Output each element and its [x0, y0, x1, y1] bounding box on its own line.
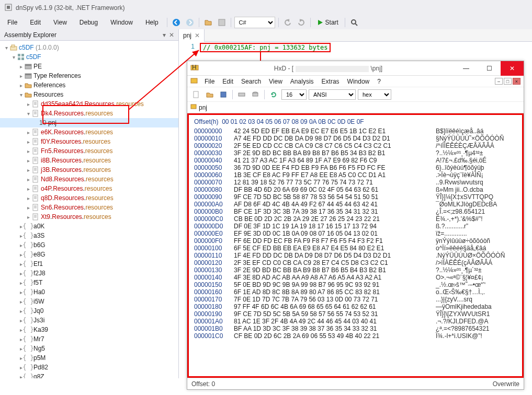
tree-resource[interactable]: ▾Dk4.Resources.resources: [0, 109, 178, 118]
expand-icon[interactable]: ▾: [10, 54, 17, 60]
menu-window[interactable]: Window: [105, 17, 138, 28]
hxd-mdi-close-icon[interactable]: ×: [513, 78, 520, 85]
hex-row[interactable]: 000001303F 2E 9D BD BC BB BA B9 B8 B7 B6…: [194, 266, 517, 274]
tree-namespace[interactable]: ▸{ }Ng5: [0, 344, 178, 353]
tree-resources[interactable]: ▾Resources: [0, 90, 178, 99]
hex-row[interactable]: 00000010A7 4E FD DD DC DB DA D9 98 D7 D6…: [194, 135, 517, 142]
hex-row[interactable]: 0000018097 FF 4F 6D 6C 4B 6A 69 68 65 65…: [194, 303, 517, 310]
menu-debug[interactable]: Debug: [74, 17, 103, 28]
expand-icon[interactable]: ▸: [25, 130, 31, 135]
tree-typerefs[interactable]: ▸Type References: [0, 71, 178, 80]
hex-row[interactable]: 000000909F CE 7D 5D BC 5B 58 87 78 53 56…: [194, 193, 517, 201]
hxd-menu-edit[interactable]: Edit: [219, 77, 236, 86]
tree-namespace[interactable]: ▸{ }Mr7: [0, 334, 178, 344]
hex-row[interactable]: 000001A081 AC 1E 3F 2F 4B 4A 49 2C 44 46…: [194, 318, 517, 325]
tree-namespace[interactable]: ▸{ }p5M: [0, 353, 178, 363]
hex-row[interactable]: 000001B0BF AA 1D 3D 3C 3F 38 39 38 37 36…: [194, 325, 517, 332]
save-button[interactable]: [216, 17, 228, 28]
hxd-menu-search[interactable]: Search: [238, 77, 264, 86]
expand-icon[interactable]: ▾: [18, 92, 24, 98]
tree-resource[interactable]: ▸i8B.Resources.resources: [0, 156, 178, 165]
tree-resource[interactable]: ▸o4P.Resources.resources: [0, 184, 178, 193]
hex-row[interactable]: 00000080DF BB 4D 6D 20 6A 69 69 0C 02 4F…: [194, 186, 517, 193]
hxd-new-button[interactable]: [190, 89, 202, 100]
start-button[interactable]: Start: [314, 17, 342, 28]
hex-row[interactable]: 000000202F 5E ED CD CC CB CA C9 C8 C7 C6…: [194, 142, 517, 149]
tree-namespace[interactable]: ▸{ }Js3i: [0, 316, 178, 325]
assembly-tree[interactable]: ▾c5DF (1.0.0.0)▾c5DF▸PE▸Type References▸…: [0, 41, 178, 378]
tree-resource[interactable]: ▸f0Y.Resources.resources: [0, 137, 178, 146]
open-button[interactable]: [202, 17, 214, 28]
expand-icon[interactable]: ▸: [25, 214, 31, 220]
tree-resource[interactable]: ▸Fn5.Resources.resources: [0, 146, 178, 156]
expand-icon[interactable]: ▸: [25, 101, 31, 107]
expand-icon[interactable]: ▸: [18, 64, 24, 69]
hxd-menu-analysis[interactable]: Analysis: [287, 77, 317, 86]
expand-icon[interactable]: ▸: [25, 167, 31, 173]
expand-icon[interactable]: ▸: [18, 73, 24, 79]
tree-resource[interactable]: ▸e6K.Resources.resources: [0, 127, 178, 137]
hex-row[interactable]: 000000F0FF 6E DD FD EC FB FA F9 F8 F7 F6…: [194, 237, 517, 245]
pane-close-icon[interactable]: ✕: [169, 31, 174, 39]
tree-pe[interactable]: ▸PE: [0, 62, 178, 71]
hxd-disk-button[interactable]: [250, 89, 261, 100]
nav-back-button[interactable]: [171, 17, 182, 28]
redo-button[interactable]: [296, 17, 307, 28]
hxd-menu-file[interactable]: File: [201, 77, 218, 86]
hex-row[interactable]: 000001101F 4E FD DD DC DB DA D9 D8 D7 D6…: [194, 252, 517, 259]
hxd-close-button[interactable]: ✕: [501, 61, 524, 76]
tree-namespace[interactable]: ▸{ }a0K: [0, 222, 178, 231]
expand-icon[interactable]: ▸: [25, 177, 31, 182]
tree-namespace[interactable]: ▸{ }q8Z: [0, 372, 178, 378]
hex-row[interactable]: 000000B0BF CE 1F 3D 3C 3B 7A 39 38 17 36…: [194, 208, 517, 215]
hxd-refresh-button[interactable]: [268, 89, 279, 100]
hxd-ram-button[interactable]: [236, 89, 247, 100]
tree-resource[interactable]: ▸j3B.Resources.resources: [0, 165, 178, 175]
menu-edit[interactable]: Edit: [25, 17, 46, 28]
hxd-columns-select[interactable]: 16: [281, 89, 307, 100]
hxd-open-button[interactable]: [204, 89, 216, 100]
hex-row[interactable]: 000001909F CE 7D 5D 5C 5B 5A 59 58 57 56…: [194, 310, 517, 318]
tab-close-icon[interactable]: ✕: [195, 32, 200, 39]
hex-row[interactable]: 000000A0AF D8 6F 4D 4C 4B 4A 49 F2 67 44…: [194, 201, 517, 208]
tree-module[interactable]: ▾c5DF: [0, 52, 178, 62]
hex-row[interactable]: 000000303F 2E 9D BD BC BB BA B9 B8 B7 B6…: [194, 149, 517, 157]
tree-resource[interactable]: ▸Nd8.Resources.resources: [0, 175, 178, 184]
hex-row[interactable]: 000000C0CB BE 0D 2D 2C 2B 2A 29 2E 27 26…: [194, 215, 517, 223]
expand-icon[interactable]: ▸: [25, 186, 31, 192]
expand-icon[interactable]: ▾: [3, 45, 9, 51]
tree-namespace[interactable]: ▸{ }b6G: [0, 240, 178, 250]
hex-row[interactable]: 0000000042 24 5D ED EF EB EA E9 EC E7 E6…: [194, 127, 517, 135]
menu-help[interactable]: Help: [140, 17, 164, 28]
hxd-mdi-max-icon[interactable]: □: [504, 78, 512, 85]
tree-namespace[interactable]: ▸{ }Pd82: [0, 363, 178, 372]
menu-view[interactable]: View: [48, 17, 72, 28]
expand-icon[interactable]: ▸: [18, 83, 24, 88]
hex-row[interactable]: 000000601B 3E CF E8 AC F9 FF E7 A8 EE E8…: [194, 171, 517, 179]
hex-row[interactable]: 000001505F 0E BD 9D 9C 9B 9A 99 98 B7 96…: [194, 281, 517, 288]
hxd-charset-select[interactable]: ANSI: [309, 89, 356, 100]
expand-icon[interactable]: ▾: [25, 111, 31, 117]
tree-namespace[interactable]: ▸{ }Jq0: [0, 306, 178, 316]
hex-row[interactable]: 000000E0EF 9E 3D 0D 0C 1B 0A 09 08 07 16…: [194, 230, 517, 237]
hxd-mdi-min-icon[interactable]: –: [495, 78, 503, 85]
hex-row[interactable]: 000000D0DF 0E 3F 1D 1C 19 1A 19 18 17 16…: [194, 223, 517, 230]
tab-pnj[interactable]: pnj ✕: [179, 29, 205, 42]
tree-namespace[interactable]: ▸{ }e8G: [0, 250, 178, 259]
tree-namespace[interactable]: ▸{ }f5T: [0, 278, 178, 287]
pane-dropdown-icon[interactable]: ▾: [163, 31, 166, 39]
expand-icon[interactable]: ▸: [25, 139, 31, 145]
tree-resource[interactable]: ▸dd355eaa642d.Resources.resources: [0, 99, 178, 109]
hxd-menu-window[interactable]: Window: [344, 77, 373, 86]
undo-button[interactable]: [282, 17, 293, 28]
expand-icon[interactable]: ▸: [25, 158, 31, 164]
hxd-tab-label[interactable]: pnj: [199, 104, 207, 111]
expand-icon[interactable]: ▸: [25, 205, 31, 211]
hex-row[interactable]: 0000005036 7D 9D 0D EE F4 FD EB F9 FA B6…: [194, 164, 517, 171]
search-button[interactable]: [348, 17, 360, 28]
tree-refs[interactable]: ▸References: [0, 80, 178, 90]
expand-icon[interactable]: ▸: [25, 148, 31, 154]
tree-namespace[interactable]: ▸{ }i5W: [0, 297, 178, 306]
tree-namespace[interactable]: ▸{ }f2J8: [0, 269, 178, 278]
hex-row[interactable]: 000001C0CF BE 0D 2D 6C 2B 2A 69 06 55 53…: [194, 332, 517, 340]
